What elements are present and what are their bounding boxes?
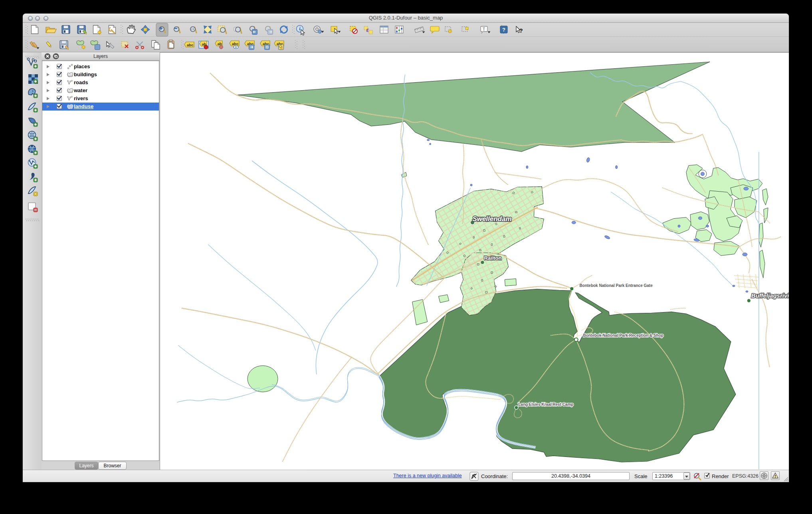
svg-text:Bontebok National Park Entranc: Bontebok National Park Entrance Gate bbox=[580, 283, 653, 288]
svg-text:Bontebok National Park Recepti: Bontebok National Park Reception & Shop bbox=[583, 333, 663, 338]
svg-text:1:1: 1:1 bbox=[190, 28, 194, 30]
svg-text:T: T bbox=[483, 27, 485, 32]
svg-text:ε: ε bbox=[366, 26, 369, 33]
svg-text:Railton: Railton bbox=[484, 255, 501, 261]
svg-text:?: ? bbox=[502, 27, 505, 33]
svg-text:abc: abc bbox=[187, 43, 193, 47]
svg-text:ab: ab bbox=[217, 42, 222, 46]
svg-text:?: ? bbox=[519, 27, 523, 34]
svg-text:Lang Elsies Kraal Rest Camp: Lang Elsies Kraal Rest Camp bbox=[518, 402, 573, 407]
svg-text:abc: abc bbox=[232, 42, 238, 46]
svg-text:Buffeljagsrivier: Buffeljagsrivier bbox=[751, 292, 789, 299]
svg-text:Swellendam: Swellendam bbox=[472, 215, 511, 223]
